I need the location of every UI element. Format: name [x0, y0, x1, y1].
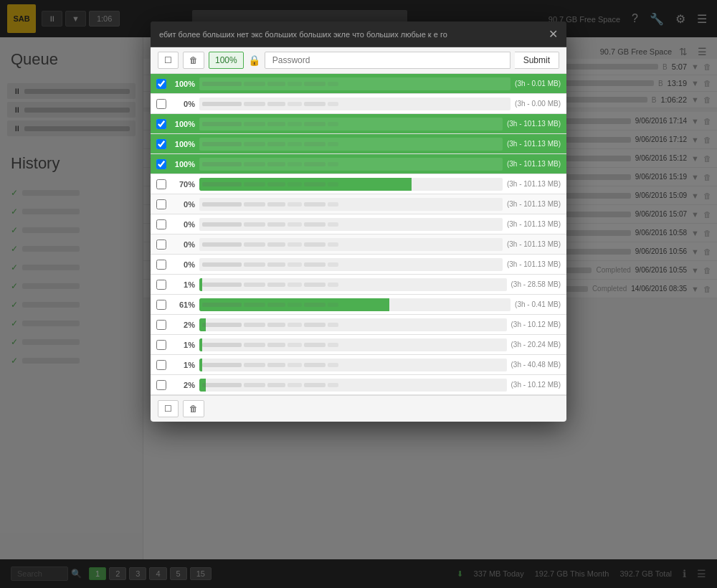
modal-row: 2%(3h - 10.12 MB) — [151, 315, 566, 335]
row-checkbox[interactable] — [156, 260, 166, 270]
modal-row: 0%(3h - 101.13 MB) — [151, 255, 566, 275]
row-content — [199, 98, 511, 110]
modal-row: 0%(3h - 0.00 MB) — [151, 94, 566, 114]
row-content — [199, 178, 503, 191]
row-checkbox[interactable] — [156, 199, 166, 209]
row-percent: 70% — [171, 180, 195, 189]
row-meta: (3h - 28.58 MB) — [511, 280, 561, 288]
row-checkbox[interactable] — [156, 360, 166, 370]
row-percent: 1% — [171, 341, 195, 349]
row-checkbox[interactable] — [156, 79, 166, 89]
modal-row: 1%(3h - 20.24 MB) — [151, 335, 566, 355]
row-text-overlay — [199, 298, 511, 311]
modal-close-button[interactable]: ✕ — [549, 27, 558, 41]
row-checkbox[interactable] — [156, 219, 166, 229]
row-checkbox[interactable] — [156, 179, 166, 189]
row-meta: (3h - 40.48 MB) — [511, 361, 561, 369]
row-checkbox[interactable] — [156, 280, 166, 290]
row-percent: 2% — [171, 321, 195, 329]
row-meta: (3h - 101.13 MB) — [507, 180, 561, 188]
row-meta: (3h - 10.12 MB) — [511, 381, 561, 389]
row-checkbox[interactable] — [156, 300, 166, 310]
modal-row: 1%(3h - 40.48 MB) — [151, 355, 566, 375]
modal-row: 70%(3h - 101.13 MB) — [151, 174, 566, 194]
modal-row: 1%(3h - 28.58 MB) — [151, 275, 566, 295]
row-percent: 100% — [171, 140, 195, 148]
modal-header: ебит более больших нет экс больших больш… — [151, 22, 566, 47]
footer-select-all-button[interactable]: ☐ — [158, 400, 179, 417]
row-content — [199, 318, 507, 331]
row-content — [199, 218, 503, 231]
row-content — [199, 298, 511, 311]
row-percent: 2% — [171, 381, 195, 389]
row-content — [199, 77, 511, 90]
row-percent: 1% — [171, 280, 195, 289]
modal-toolbar: ☐ 🗑 100% 🔒 Submit — [151, 47, 566, 74]
row-percent: 0% — [171, 240, 195, 249]
row-text-overlay — [199, 218, 503, 231]
row-meta: (3h - 101.13 MB) — [507, 120, 561, 128]
submit-button[interactable]: Submit — [515, 52, 559, 69]
modal-body: 100%(3h - 0.01 MB)0%(3h - 0.00 MB)100%(3… — [151, 74, 566, 395]
row-percent: 0% — [171, 200, 195, 209]
row-percent: 1% — [171, 361, 195, 369]
modal-title: ебит более больших нет экс больших больш… — [159, 30, 447, 39]
modal-row: 0%(3h - 101.13 MB) — [151, 234, 566, 255]
row-percent: 100% — [171, 120, 195, 128]
row-content — [199, 238, 503, 251]
row-meta: (3h - 10.12 MB) — [511, 321, 561, 328]
modal-row: 100%(3h - 101.13 MB) — [151, 154, 566, 174]
row-percent: 0% — [171, 220, 195, 229]
password-input[interactable] — [265, 52, 511, 69]
row-percent: 61% — [171, 300, 195, 309]
modal-row: 61%(3h - 0.41 MB) — [151, 295, 566, 315]
row-meta: (3h - 0.01 MB) — [515, 80, 561, 87]
row-percent: 100% — [171, 80, 195, 88]
row-checkbox[interactable] — [156, 139, 166, 149]
row-text-overlay — [199, 138, 503, 151]
row-content — [199, 278, 507, 291]
row-meta: (3h - 101.13 MB) — [507, 220, 561, 228]
row-meta: (3h - 101.13 MB) — [507, 260, 561, 268]
row-checkbox[interactable] — [156, 320, 166, 330]
row-percent: 0% — [171, 260, 195, 269]
row-text-overlay — [199, 198, 503, 211]
row-meta: (3h - 0.00 MB) — [515, 100, 561, 108]
row-percent: 0% — [171, 100, 195, 108]
row-text-overlay — [199, 158, 503, 171]
delete-selected-button[interactable]: 🗑 — [183, 52, 204, 69]
footer-delete-button[interactable]: 🗑 — [183, 400, 204, 417]
row-text-overlay — [199, 278, 507, 291]
row-text-overlay — [199, 338, 507, 351]
row-checkbox[interactable] — [156, 99, 166, 109]
modal-row: 100%(3h - 101.13 MB) — [151, 134, 566, 154]
row-content — [199, 258, 503, 271]
modal-row: 100%(3h - 0.01 MB) — [151, 74, 566, 94]
row-content — [199, 118, 503, 131]
modal-overlay: ебит более больших нет экс больших больш… — [0, 0, 717, 588]
row-text-overlay — [199, 178, 503, 191]
row-checkbox[interactable] — [156, 240, 166, 250]
row-text-overlay — [199, 379, 507, 392]
row-content — [199, 158, 503, 171]
row-content — [199, 198, 503, 211]
row-meta: (3h - 101.13 MB) — [507, 240, 561, 248]
select-all-button[interactable]: ☐ — [158, 52, 179, 69]
row-content — [199, 138, 503, 151]
row-checkbox[interactable] — [156, 340, 166, 350]
row-checkbox[interactable] — [156, 159, 166, 169]
percent-button[interactable]: 100% — [209, 52, 244, 69]
row-meta: (3h - 101.13 MB) — [507, 140, 561, 148]
row-content — [199, 338, 507, 351]
row-meta: (3h - 0.41 MB) — [515, 300, 561, 308]
row-text-overlay — [199, 118, 503, 131]
row-checkbox[interactable] — [156, 119, 166, 129]
row-text-overlay — [199, 238, 503, 251]
row-text-overlay — [199, 98, 511, 110]
row-text-overlay — [199, 359, 507, 371]
row-content — [199, 359, 507, 371]
row-checkbox[interactable] — [156, 380, 166, 390]
modal-row: 100%(3h - 101.13 MB) — [151, 114, 566, 134]
modal-row: 2%(3h - 10.12 MB) — [151, 375, 566, 395]
modal-dialog: ебит более больших нет экс больших больш… — [151, 22, 566, 422]
